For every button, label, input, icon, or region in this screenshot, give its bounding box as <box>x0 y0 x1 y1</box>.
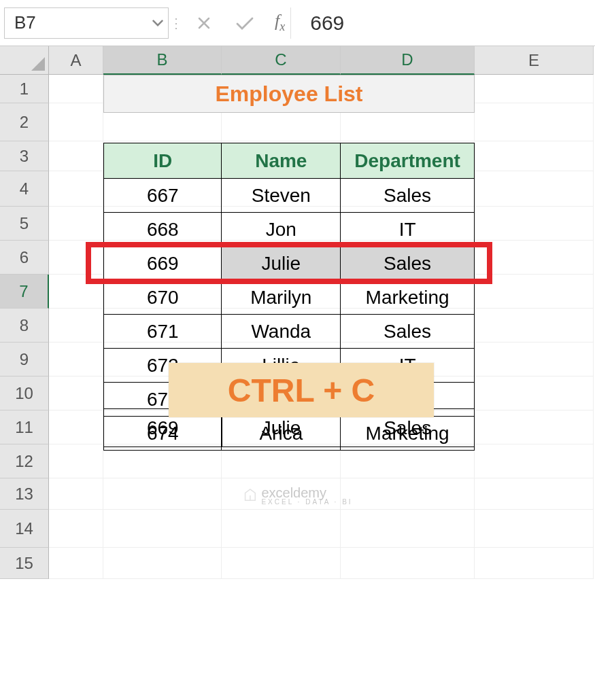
cell[interactable] <box>475 343 594 377</box>
cell[interactable] <box>475 444 594 478</box>
chevron-down-icon[interactable] <box>152 12 164 33</box>
row-header-3[interactable]: 3 <box>0 141 49 171</box>
cell[interactable] <box>475 275 594 309</box>
spreadsheet-grid: A B C D E 1 2 3 4 5 6 7 8 9 10 11 12 13 … <box>0 46 595 579</box>
cell[interactable] <box>475 141 594 171</box>
cell[interactable] <box>475 410 594 444</box>
cell[interactable] <box>49 275 103 309</box>
cell[interactable] <box>103 478 222 510</box>
cell-name[interactable]: Marilyn <box>222 281 341 315</box>
cell[interactable] <box>49 75 103 103</box>
row-header-1[interactable]: 1 <box>0 75 49 103</box>
name-box-value: B7 <box>14 12 36 33</box>
cell[interactable] <box>49 410 103 444</box>
cell-name[interactable]: Jon <box>222 213 341 247</box>
col-header-A[interactable]: A <box>49 46 103 75</box>
cell-dept[interactable]: Sales <box>341 247 475 281</box>
cell[interactable] <box>341 510 475 548</box>
cell[interactable] <box>475 171 594 207</box>
row-header-9[interactable]: 9 <box>0 343 49 377</box>
col-header-D[interactable]: D <box>341 46 475 75</box>
cancel-button[interactable] <box>184 7 224 39</box>
cell[interactable] <box>222 510 341 548</box>
shortcut-text: CTRL + C <box>228 372 375 409</box>
row-header-12[interactable]: 12 <box>0 444 49 478</box>
cell[interactable] <box>475 103 594 141</box>
cell-id[interactable]: 667 <box>104 179 222 213</box>
cell[interactable] <box>475 241 594 275</box>
cell[interactable] <box>49 510 103 548</box>
row-header-8[interactable]: 8 <box>0 309 49 343</box>
table-row: 668JonIT <box>104 213 475 247</box>
row-header-5[interactable]: 5 <box>0 207 49 241</box>
watermark-tagline: EXCEL · DATA · BI <box>261 498 352 506</box>
cell[interactable] <box>475 207 594 241</box>
cell[interactable] <box>475 309 594 343</box>
name-box[interactable]: B7 <box>4 7 169 39</box>
cell[interactable] <box>103 548 222 579</box>
cell[interactable] <box>49 343 103 377</box>
column-headers: A B C D E <box>0 46 595 75</box>
cell-dept[interactable]: IT <box>341 213 475 247</box>
table-row: 667StevenSales <box>104 179 475 213</box>
watermark: exceldemy EXCEL · DATA · BI <box>242 485 352 506</box>
cell[interactable] <box>49 444 103 478</box>
fx-button[interactable]: fx <box>265 11 290 34</box>
row-header-2[interactable]: 2 <box>0 103 49 141</box>
cell[interactable] <box>49 309 103 343</box>
cell-dept[interactable]: Sales <box>341 315 475 349</box>
table-row: 671WandaSales <box>104 315 475 349</box>
cell[interactable] <box>475 510 594 548</box>
row-header-14[interactable]: 14 <box>0 510 49 548</box>
cell[interactable] <box>49 103 103 141</box>
select-all-corner[interactable] <box>0 46 49 75</box>
cell[interactable] <box>475 75 594 103</box>
cell-dept[interactable]: Marketing <box>341 281 475 315</box>
formula-input[interactable]: 669 <box>290 7 591 39</box>
cell-name[interactable]: Wanda <box>222 315 341 349</box>
table-header-row: ID Name Department <box>104 143 475 179</box>
cell-id[interactable]: 668 <box>104 213 222 247</box>
check-icon <box>235 15 255 31</box>
row-header-4[interactable]: 4 <box>0 171 49 207</box>
cell-dept[interactable]: Sales <box>341 179 475 213</box>
row-header-13[interactable]: 13 <box>0 478 49 510</box>
col-header-C[interactable]: C <box>222 46 341 75</box>
cell[interactable] <box>341 478 475 510</box>
cell[interactable] <box>103 510 222 548</box>
cell[interactable] <box>49 207 103 241</box>
row-header-6[interactable]: 6 <box>0 241 49 275</box>
col-header-E[interactable]: E <box>475 46 594 75</box>
x-icon <box>196 15 212 31</box>
cell[interactable] <box>49 171 103 207</box>
enter-button[interactable] <box>224 7 265 39</box>
separator: ⋮ <box>169 7 184 39</box>
cell[interactable] <box>341 548 475 579</box>
cell[interactable] <box>49 548 103 579</box>
cell-name[interactable]: Steven <box>222 179 341 213</box>
row-header-11[interactable]: 11 <box>0 410 49 444</box>
row-header-15[interactable]: 15 <box>0 548 49 579</box>
formula-value: 669 <box>310 12 344 35</box>
header-dept[interactable]: Department <box>341 143 475 179</box>
cell[interactable] <box>475 548 594 579</box>
col-header-B[interactable]: B <box>103 46 222 75</box>
row-header-7[interactable]: 7 <box>0 275 49 309</box>
cell[interactable] <box>222 548 341 579</box>
header-id[interactable]: ID <box>104 143 222 179</box>
cell-name[interactable]: Julie <box>222 247 341 281</box>
logo-icon <box>242 488 257 503</box>
table-row: 670MarilynMarketing <box>104 281 475 315</box>
cell-id[interactable]: 669 <box>104 247 222 281</box>
cell[interactable] <box>49 241 103 275</box>
cell-id[interactable]: 670 <box>104 281 222 315</box>
table-title[interactable]: Employee List <box>103 75 475 113</box>
row-header-10[interactable]: 10 <box>0 377 49 410</box>
header-name[interactable]: Name <box>222 143 341 179</box>
cell-id[interactable]: 671 <box>104 315 222 349</box>
cell[interactable] <box>49 141 103 171</box>
cell[interactable] <box>49 377 103 410</box>
cell[interactable] <box>49 478 103 510</box>
cell[interactable] <box>475 478 594 510</box>
cell[interactable] <box>475 377 594 410</box>
